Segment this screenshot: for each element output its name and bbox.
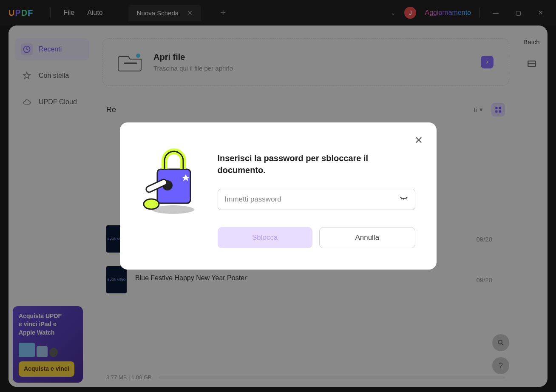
toggle-password-visibility-icon[interactable] xyxy=(399,194,408,205)
password-input[interactable] xyxy=(218,189,415,210)
modal-close-button[interactable]: ✕ xyxy=(414,134,423,146)
modal-title: Inserisci la password per sbloccare il d… xyxy=(218,152,415,176)
cancel-button[interactable]: Annulla xyxy=(319,227,415,248)
modal-overlay: ✕ Inserisci la password per sbloccare il… xyxy=(0,0,556,392)
svg-point-14 xyxy=(144,199,159,209)
password-modal: ✕ Inserisci la password per sbloccare il… xyxy=(120,122,437,270)
lock-illustration xyxy=(141,144,201,216)
unlock-button[interactable]: Sblocca xyxy=(218,227,313,248)
